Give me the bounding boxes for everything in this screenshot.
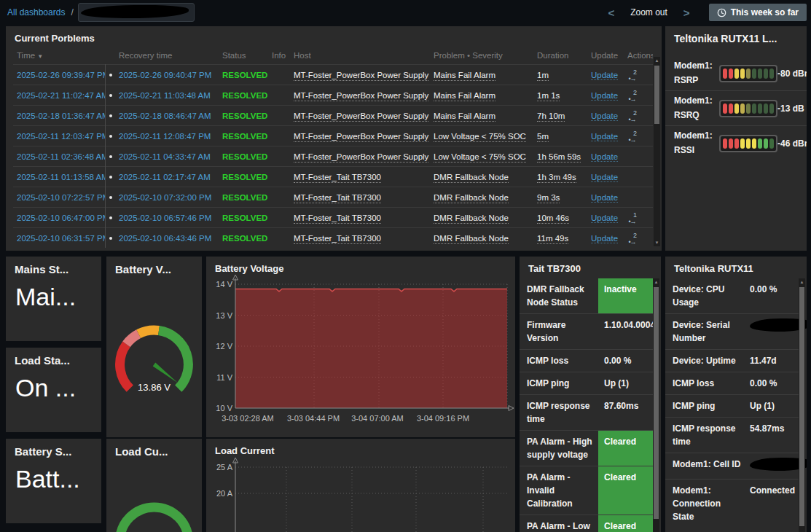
kv-label: ICMP ping [665, 395, 744, 417]
column-header-marker [105, 47, 115, 65]
column-header-time[interactable]: Time ▼ [13, 47, 105, 65]
signal-bars-icon [719, 100, 777, 117]
problem-time-link[interactable]: 2025-02-11 12:03:47 PM [17, 132, 105, 141]
host-link[interactable]: MT-Foster_PowerBox Power Supply [294, 71, 428, 81]
signal-label: Modem1:RSRQ [674, 94, 719, 122]
problem-link[interactable]: Low Voltage < 75% SOC [434, 132, 526, 142]
signal-bars-icon [719, 65, 777, 82]
host-link[interactable]: MT-Foster_PowerBox Power Supply [294, 91, 428, 101]
actions-icon[interactable]: 2•→ [627, 110, 637, 123]
time-forward-chevron-button[interactable]: > [673, 7, 700, 19]
problem-row: 2025-02-11 12:03:47 PM 2025-02-11 12:08:… [13, 126, 653, 146]
host-link[interactable]: MT-Foster_PowerBox Power Supply [294, 112, 428, 122]
actions-icon[interactable]: 2•→ [627, 232, 637, 246]
problem-link[interactable]: DMR Fallback Node [434, 173, 509, 183]
actions-icon[interactable]: 2•→ [627, 69, 637, 82]
problem-time-link[interactable]: 2025-02-11 01:13:58 AM [17, 173, 105, 181]
scroll-up-icon[interactable]: ▲ [653, 278, 659, 286]
info-cell [268, 65, 290, 85]
problem-time-link[interactable]: 2025-02-11 02:36:48 AM [17, 152, 105, 161]
host-link[interactable]: MT-Foster_Tait TB7300 [294, 234, 381, 244]
problem-time-link[interactable]: 2025-02-18 01:36:47 AM [17, 112, 105, 120]
zoom-out-button[interactable]: Zoom out [624, 7, 673, 17]
problem-time-link[interactable]: 2025-02-10 06:31:57 PM [17, 234, 105, 243]
kv-value: Up (1) [598, 372, 654, 394]
problems-scrollbar-thumb[interactable] [654, 66, 659, 124]
duration-text: 7h 10m [537, 112, 565, 122]
all-dashboards-link[interactable]: All dashboards [7, 7, 65, 17]
time-range-button[interactable]: This week so far [709, 4, 807, 21]
problem-time-link[interactable]: 2025-02-10 07:22:57 PM [17, 193, 105, 202]
action-arrow-icon: •→ [628, 117, 635, 123]
recovery-time: 2025-02-10 06:57:46 PM [119, 214, 211, 222]
problem-link[interactable]: DMR Fallback Node [434, 193, 509, 203]
time-marker-icon [109, 74, 112, 77]
problems-header-row: Time ▼ Recovery time Status Info Host Pr… [13, 47, 653, 65]
signal-list: Modem1:RSRP -80 dBm Modem1:RSRQ -13 dB M [665, 56, 807, 160]
problem-time-link[interactable]: 2025-02-10 06:47:00 PM [17, 214, 105, 222]
problem-link[interactable]: Mains Fail Alarm [434, 71, 495, 81]
problem-time-link[interactable]: 2025-02-26 09:39:47 PM [17, 71, 105, 79]
update-link[interactable]: Update [591, 234, 618, 243]
info-cell [268, 85, 290, 106]
kv-row: PA Alarm - Invalid Calibration Cleared [520, 466, 654, 515]
time-range-label: This week so far [731, 7, 799, 17]
rutx11-scrollbar-thumb[interactable] [799, 287, 804, 526]
problem-link[interactable]: Mains Fail Alarm [434, 112, 495, 122]
problem-row: 2025-02-11 01:13:58 AM 2025-02-11 02:17:… [13, 167, 653, 187]
panel-battery-status: Battery S... Batt... [6, 439, 101, 523]
problem-time-link[interactable]: 2025-02-21 11:02:47 AM [17, 91, 105, 100]
dashboard-name-redacted[interactable] [78, 3, 195, 22]
recovery-time: 2025-02-11 02:17:47 AM [119, 173, 211, 181]
tait-panel-title: Tait TB7300 [520, 257, 661, 277]
kv-row: Device: Serial Number [665, 313, 799, 349]
scroll-up-icon[interactable]: ▲ [654, 57, 660, 64]
problem-link[interactable]: DMR Fallback Node [434, 234, 509, 244]
problem-row: 2025-02-11 02:36:48 AM 2025-02-11 04:33:… [13, 146, 653, 167]
scroll-down-icon[interactable]: ▼ [654, 239, 660, 246]
host-link[interactable]: MT-Foster_Tait TB7300 [294, 193, 381, 203]
problem-link[interactable]: Low Voltage < 75% SOC [434, 152, 526, 163]
battery-voltage-gauge: 13.86 V [106, 295, 202, 432]
kv-label: PA Alarm - High supply voltage [520, 431, 598, 466]
update-link[interactable]: Update [591, 91, 618, 101]
problem-row: 2025-02-26 09:39:47 PM 2025-02-26 09:40:… [13, 65, 653, 85]
host-link[interactable]: MT-Foster_Tait TB7300 [294, 173, 381, 183]
problem-link[interactable]: DMR Fallback Node [434, 214, 509, 224]
tait-scrollbar[interactable]: ▲ [653, 278, 659, 532]
host-link[interactable]: MT-Foster_PowerBox Power Supply [294, 152, 428, 163]
duration-text: 1m [537, 71, 549, 81]
problem-link[interactable]: Mains Fail Alarm [434, 91, 495, 101]
update-link[interactable]: Update [591, 214, 618, 223]
kv-label: Device: CPU Usage [665, 278, 744, 313]
update-link[interactable]: Update [591, 71, 618, 80]
update-link[interactable]: Update [591, 193, 618, 203]
duration-text: 1m 1s [537, 91, 560, 101]
tait-scrollbar-thumb[interactable] [654, 287, 659, 519]
host-link[interactable]: MT-Foster_PowerBox Power Supply [294, 132, 428, 142]
host-link[interactable]: MT-Foster_Tait TB7300 [294, 214, 381, 224]
kv-row: Firmware Version 1.10.04.0004 [520, 313, 654, 349]
scroll-up-icon[interactable]: ▲ [799, 278, 805, 286]
time-back-chevron-button[interactable]: < [598, 7, 624, 19]
problems-scrollbar[interactable]: ▲ ▼ [654, 57, 660, 246]
kv-row: ICMP response time 54.87ms [665, 417, 799, 453]
update-link[interactable]: Update [591, 173, 618, 182]
time-marker-icon [109, 155, 112, 158]
panel-tait-tb7300: Tait TB7300 DMR Fallback Node Status Ina… [520, 257, 661, 532]
y-tick: 10 V [216, 404, 232, 412]
battery-voltage-area [235, 289, 507, 408]
rutx11-scrollbar[interactable]: ▲ [799, 278, 805, 532]
kv-label: PA Alarm - Low Forward Power [520, 515, 598, 532]
update-link[interactable]: Update [591, 132, 618, 141]
update-link[interactable]: Update [591, 152, 618, 162]
panel-teltonika-rutx11: Teltonika RUTX11 Device: CPU Usage 0.00 … [665, 257, 807, 532]
sort-desc-icon: ▼ [37, 53, 43, 60]
actions-icon[interactable]: 2•→ [627, 90, 637, 103]
load-current-gauge [106, 472, 202, 532]
tait-item-list: DMR Fallback Node Status Inactive Firmwa… [520, 278, 654, 532]
update-link[interactable]: Update [591, 112, 618, 121]
actions-icon[interactable]: 1•→ [627, 212, 637, 225]
column-header-problem: Problem • Severity [430, 47, 533, 65]
actions-icon[interactable]: 2•→ [627, 130, 637, 144]
